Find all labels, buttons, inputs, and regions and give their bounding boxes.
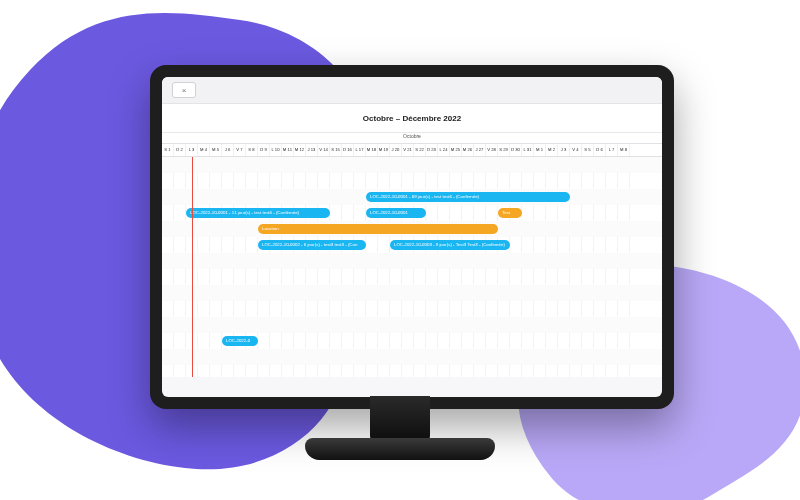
grid-row — [162, 285, 662, 301]
period-title: Octobre – Décembre 2022 — [363, 114, 461, 123]
window-topbar: × — [162, 77, 662, 104]
day-header-cell: S 29 — [498, 144, 510, 156]
grid-row — [162, 349, 662, 365]
day-header-cell: V 14 — [318, 144, 330, 156]
day-header-cell: J 6 — [222, 144, 234, 156]
title-area: Octobre – Décembre 2022 — [162, 104, 662, 133]
day-header-cell: V 4 — [570, 144, 582, 156]
grid-row — [162, 269, 662, 285]
grid-row — [162, 253, 662, 269]
gantt-bar[interactable]: LOC-2022-10-0003 - 9 jour(s) - Test3 Tes… — [390, 240, 510, 250]
day-header-cell: M 11 — [282, 144, 294, 156]
day-header-cell: J 20 — [390, 144, 402, 156]
app-screen: × Octobre – Décembre 2022 Octobre S 1D 2… — [162, 77, 662, 397]
day-header-cell: M 25 — [450, 144, 462, 156]
day-header-cell: M 8 — [618, 144, 630, 156]
day-header-cell: S 15 — [330, 144, 342, 156]
day-header-cell: L 10 — [270, 144, 282, 156]
day-header-cell: J 3 — [558, 144, 570, 156]
day-header-cell: V 21 — [402, 144, 414, 156]
close-button[interactable]: × — [172, 82, 196, 98]
gantt-bar[interactable]: LOC-2022-10-0001 - 11 jour(s) - test tes… — [186, 208, 330, 218]
month-strip: Octobre — [162, 133, 662, 144]
day-header-cell: M 26 — [462, 144, 474, 156]
grid-row — [162, 301, 662, 317]
day-header-cell: L 3 — [186, 144, 198, 156]
day-header-cell: D 6 — [594, 144, 606, 156]
day-header-cell: M 4 — [198, 144, 210, 156]
day-header-cell: L 17 — [354, 144, 366, 156]
gantt-bar[interactable]: LOC-2022-10-0001 — [366, 208, 426, 218]
monitor-stand-neck — [370, 396, 430, 442]
grid-row — [162, 173, 662, 189]
day-header-cell: V 7 — [234, 144, 246, 156]
grid-row — [162, 317, 662, 333]
day-header-cell: D 2 — [174, 144, 186, 156]
day-header-cell: D 9 — [258, 144, 270, 156]
day-header-cell: S 8 — [246, 144, 258, 156]
gantt-grid[interactable]: LOC-2022-10-0001 - 69 jour(s) - test tes… — [162, 157, 662, 377]
day-header-cell: L 24 — [438, 144, 450, 156]
day-header-cell: D 16 — [342, 144, 354, 156]
grid-row — [162, 365, 662, 377]
day-header-row: S 1D 2L 3M 4M 5J 6V 7S 8D 9L 10M 11M 12J… — [162, 144, 662, 157]
gantt-bar[interactable]: Location — [258, 224, 498, 234]
close-icon: × — [182, 86, 187, 95]
day-header-cell: D 30 — [510, 144, 522, 156]
gantt-bar[interactable]: LOC-2022-0 — [222, 336, 258, 346]
day-header-cell: D 23 — [426, 144, 438, 156]
day-header-cell: M 18 — [366, 144, 378, 156]
today-marker — [192, 157, 193, 377]
day-header-cell: V 28 — [486, 144, 498, 156]
day-header-cell: M 5 — [210, 144, 222, 156]
grid-row — [162, 157, 662, 173]
gantt-bar[interactable]: LOC-2022-10-0001 - 69 jour(s) - test tes… — [366, 192, 570, 202]
day-header-cell: S 5 — [582, 144, 594, 156]
day-header-cell: S 22 — [414, 144, 426, 156]
day-header-cell: M 19 — [378, 144, 390, 156]
gantt-bar[interactable]: Test — [498, 208, 522, 218]
month-label: Octobre — [403, 133, 421, 139]
day-header-cell: M 12 — [294, 144, 306, 156]
day-header-cell: S 1 — [162, 144, 174, 156]
day-header-cell: L 31 — [522, 144, 534, 156]
gantt-bar[interactable]: LOC-2022-10-0002 - 6 jour(s) - test3 tes… — [258, 240, 366, 250]
day-header-cell: M 1 — [534, 144, 546, 156]
monitor-stand-base — [305, 438, 495, 460]
day-header-cell: M 2 — [546, 144, 558, 156]
monitor-frame: × Octobre – Décembre 2022 Octobre S 1D 2… — [150, 65, 674, 409]
day-header-cell: J 27 — [474, 144, 486, 156]
day-header-cell: J 13 — [306, 144, 318, 156]
day-header-cell: L 7 — [606, 144, 618, 156]
